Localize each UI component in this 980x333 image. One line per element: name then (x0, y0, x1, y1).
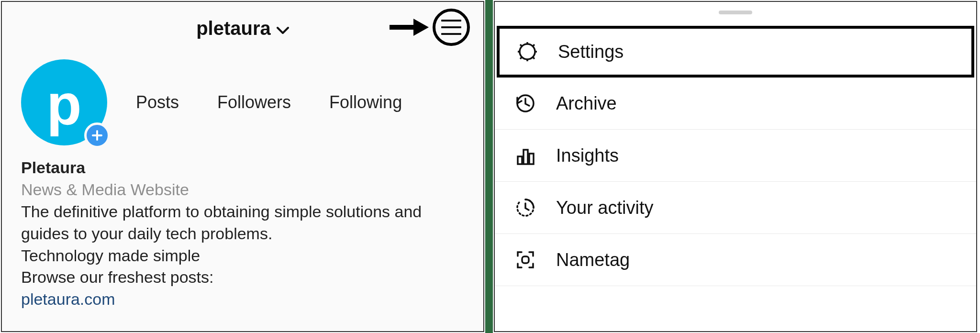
hamburger-area (390, 9, 470, 46)
svg-rect-15 (529, 154, 534, 164)
profile-row: p Posts Followers Following (2, 59, 483, 145)
menu-item-settings[interactable]: Settings (497, 26, 974, 78)
profile-stats: Posts Followers Following (136, 92, 402, 112)
menu-item-label: Your activity (556, 198, 653, 218)
insights-icon (514, 144, 537, 167)
svg-rect-14 (523, 150, 528, 164)
menu-item-label: Nametag (556, 250, 630, 270)
svg-line-8 (520, 44, 522, 46)
menu-item-archive[interactable]: Archive (495, 78, 976, 130)
menu-panel: Settings Archive (494, 1, 977, 332)
username-text: pletaura (196, 18, 271, 39)
stat-followers[interactable]: Followers (217, 92, 291, 112)
svg-line-9 (533, 57, 535, 59)
menu-item-label: Archive (556, 93, 617, 114)
avatar-letter: p (46, 76, 81, 133)
svg-rect-2 (92, 134, 102, 136)
menu-item-nametag[interactable]: Nametag (495, 234, 976, 286)
add-story-badge[interactable] (84, 122, 110, 148)
stat-posts[interactable]: Posts (136, 92, 179, 112)
gear-icon (516, 40, 539, 63)
menu-list: Settings Archive (495, 26, 976, 286)
archive-icon (514, 92, 537, 115)
chevron-down-icon (277, 18, 289, 39)
svg-rect-0 (390, 25, 415, 30)
arrow-annotation-icon (390, 18, 430, 37)
profile-link[interactable]: pletaura.com (21, 289, 464, 311)
bio-line: Browse our freshest posts: (21, 266, 464, 289)
hamburger-icon (441, 20, 461, 35)
avatar-wrap[interactable]: p (21, 59, 107, 145)
svg-line-11 (520, 57, 522, 59)
username-switcher[interactable]: pletaura (196, 18, 289, 39)
plus-icon (91, 129, 103, 142)
bio-line: Technology made simple (21, 245, 464, 267)
svg-line-10 (533, 44, 535, 46)
profile-panel: pletaura (1, 1, 484, 332)
bio-line: The definitive platform to obtaining sim… (21, 201, 464, 223)
menu-item-insights[interactable]: Insights (495, 130, 976, 182)
bio-line: guides to your daily tech problems. (21, 223, 464, 245)
display-name: Pletaura (21, 157, 464, 179)
profile-header: pletaura (2, 2, 483, 50)
panel-divider (485, 0, 493, 333)
menu-item-label: Settings (558, 42, 624, 62)
svg-rect-16 (522, 256, 529, 263)
menu-item-label: Insights (556, 145, 619, 166)
menu-item-activity[interactable]: Your activity (495, 182, 976, 234)
two-panel-container: pletaura (0, 0, 980, 333)
profile-bio: Pletaura News & Media Website The defini… (2, 145, 483, 311)
stat-following[interactable]: Following (329, 92, 402, 112)
sheet-handle[interactable] (719, 11, 752, 14)
nametag-icon (514, 248, 537, 271)
activity-icon (514, 196, 537, 219)
svg-rect-13 (518, 156, 522, 164)
hamburger-menu-button[interactable] (433, 9, 470, 46)
profile-category: News & Media Website (21, 179, 464, 201)
